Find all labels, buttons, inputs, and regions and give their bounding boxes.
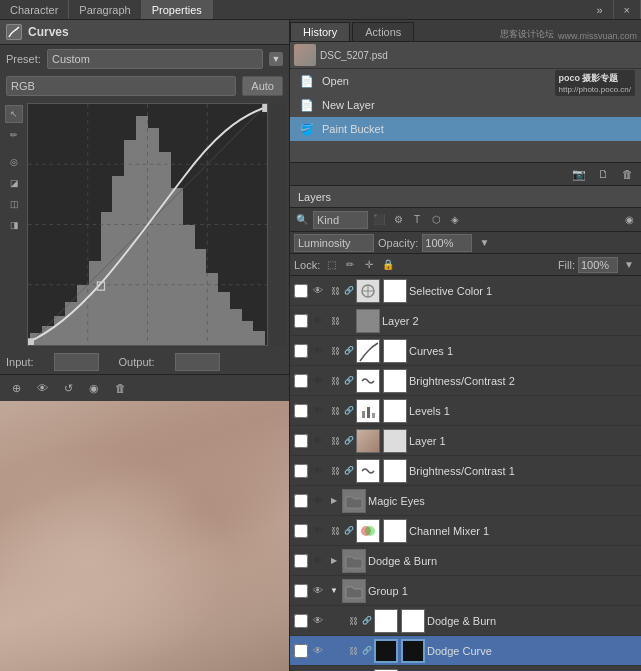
reset-icon[interactable]: ↺	[58, 378, 78, 398]
layer-visibility-checkbox[interactable]	[294, 584, 308, 598]
layer-eye-icon[interactable]: 👁	[310, 523, 326, 539]
input-value[interactable]	[54, 353, 99, 371]
new-snapshot-icon[interactable]: 🗋	[593, 165, 613, 183]
layer-item-group[interactable]: 👁 ▶ Dodge & Burn	[290, 546, 641, 576]
preset-select[interactable]: Custom	[47, 49, 263, 69]
layer-eye-icon[interactable]: 👁	[310, 493, 326, 509]
group-expand-arrow[interactable]: ▶	[328, 555, 340, 567]
layer-item-group[interactable]: 👁 ▼ Group 1	[290, 576, 641, 606]
add-point-icon[interactable]: ⊕	[6, 378, 26, 398]
layer-eye-icon[interactable]: 👁	[310, 643, 326, 659]
right-top-tabs: History Actions 思客设计论坛 www.missvuan.com	[290, 20, 641, 42]
layer-item[interactable]: 👁 ⛓ 🔗 Dodge Curve	[290, 636, 641, 666]
layer-eye-icon[interactable]: 👁	[310, 403, 326, 419]
snapshot-icon[interactable]: 📷	[569, 165, 589, 183]
layer-item[interactable]: 👁 ⛓ 🔗 Brightness/Contrast 2	[290, 366, 641, 396]
layer-item[interactable]: 👁 ⛓ Layer 2	[290, 306, 641, 336]
layer-visibility-checkbox[interactable]	[294, 494, 308, 508]
pencil-tool[interactable]: ✏	[5, 126, 23, 144]
layer-item-group[interactable]: 👁 ▶ Magic Eyes	[290, 486, 641, 516]
pixel-filter-icon[interactable]: ⬛	[371, 212, 387, 228]
channel-select[interactable]: RGB Red Green Blue	[6, 76, 236, 96]
eyedropper-black[interactable]: ◪	[5, 174, 23, 192]
delete-icon[interactable]: 🗑	[110, 378, 130, 398]
auto-button[interactable]: Auto	[242, 76, 283, 96]
layer-item[interactable]: 👁 ⛓ 🔗 Levels 1	[290, 396, 641, 426]
search-layers-icon[interactable]: 🔍	[294, 212, 310, 228]
pointer-tool[interactable]: ↖	[5, 105, 23, 123]
layer-name: Dodge & Burn	[427, 615, 637, 627]
right-scrollbar[interactable]	[271, 103, 285, 346]
layer-eye-icon[interactable]: 👁	[310, 343, 326, 359]
history-item-new-layer[interactable]: 📄 New Layer	[290, 93, 641, 117]
layers-list[interactable]: 👁 ⛓ 🔗 Selective Color 1 👁 ⛓ La	[290, 276, 641, 671]
layer-visibility-checkbox[interactable]	[294, 404, 308, 418]
layer-item[interactable]: 👁 ⛓ 🔗 Burn Curve	[290, 666, 641, 671]
folder-thumbnail	[342, 489, 366, 513]
tab-actions[interactable]: Actions	[352, 22, 414, 41]
layer-visibility-checkbox[interactable]	[294, 524, 308, 538]
layer-visibility-checkbox[interactable]	[294, 464, 308, 478]
layer-visibility-checkbox[interactable]	[294, 374, 308, 388]
expand-panels-icon[interactable]: »	[586, 0, 613, 19]
adjustment-filter-icon[interactable]: ⚙	[390, 212, 406, 228]
curves-graph[interactable]	[27, 103, 268, 346]
layer-visibility-checkbox[interactable]	[294, 434, 308, 448]
shape-filter-icon[interactable]: ⬡	[428, 212, 444, 228]
layer-visibility-checkbox[interactable]	[294, 284, 308, 298]
layer-eye-icon[interactable]: 👁	[310, 613, 326, 629]
opacity-arrow[interactable]: ▼	[476, 235, 492, 251]
close-panel-icon[interactable]: ×	[614, 0, 641, 19]
layer-item[interactable]: 👁 ⛓ 🔗 Layer 1	[290, 426, 641, 456]
layer-mask-thumb	[383, 399, 407, 423]
filter-toggle[interactable]: ◉	[621, 212, 637, 228]
lock-transparent-icon[interactable]: ⬚	[323, 257, 339, 273]
layer-eye-icon[interactable]: 👁	[310, 433, 326, 449]
layer-eye-icon[interactable]: 👁	[310, 583, 326, 599]
blend-mode-select[interactable]: Luminosity Normal Multiply Screen	[294, 234, 374, 252]
layer-visibility-checkbox[interactable]	[294, 644, 308, 658]
layer-eye-icon[interactable]: 👁	[310, 283, 326, 299]
photo-image	[0, 401, 289, 671]
svg-point-16	[365, 526, 375, 536]
layer-item[interactable]: 👁 ⛓ 🔗 Brightness/Contrast 1	[290, 456, 641, 486]
lock-all-icon[interactable]: 🔒	[380, 257, 396, 273]
fill-input[interactable]	[578, 257, 618, 273]
tab-properties[interactable]: Properties	[142, 0, 213, 19]
hand-tool[interactable]: ◎	[5, 153, 23, 171]
tab-paragraph[interactable]: Paragraph	[69, 0, 141, 19]
delete-history-icon[interactable]: 🗑	[617, 165, 637, 183]
fill-arrow[interactable]: ▼	[621, 257, 637, 273]
layer-item[interactable]: 👁 ⛓ 🔗 Curves 1	[290, 336, 641, 366]
preset-menu-arrow[interactable]: ▼	[269, 52, 283, 66]
layer-visibility-checkbox[interactable]	[294, 614, 308, 628]
output-value[interactable]	[175, 353, 220, 371]
preview-icon[interactable]: ◉	[84, 378, 104, 398]
kind-select[interactable]: Kind	[313, 211, 368, 229]
eyedropper-gray[interactable]: ◫	[5, 195, 23, 213]
layer-name: Channel Mixer 1	[409, 525, 637, 537]
group-expand-arrow[interactable]: ▶	[328, 495, 340, 507]
lock-row: Lock: ⬚ ✏ ✛ 🔒 Fill: ▼	[290, 254, 641, 276]
layer-eye-icon[interactable]: 👁	[310, 313, 326, 329]
smart-filter-icon[interactable]: ◈	[447, 212, 463, 228]
opacity-input[interactable]	[422, 234, 472, 252]
layer-eye-icon[interactable]: 👁	[310, 553, 326, 569]
layer-item[interactable]: 👁 ⛓ 🔗 Channel Mixer 1	[290, 516, 641, 546]
eyedropper-white[interactable]: ◨	[5, 216, 23, 234]
visibility-icon[interactable]: 👁	[32, 378, 52, 398]
layer-item[interactable]: 👁 ⛓ 🔗 Selective Color 1	[290, 276, 641, 306]
lock-move-icon[interactable]: ✛	[361, 257, 377, 273]
layer-eye-icon[interactable]: 👁	[310, 373, 326, 389]
layer-visibility-checkbox[interactable]	[294, 554, 308, 568]
layer-eye-icon[interactable]: 👁	[310, 463, 326, 479]
layer-visibility-checkbox[interactable]	[294, 314, 308, 328]
tab-character[interactable]: Character	[0, 0, 69, 19]
lock-paint-icon[interactable]: ✏	[342, 257, 358, 273]
group-expand-arrow[interactable]: ▼	[328, 585, 340, 597]
layer-item[interactable]: 👁 ⛓ 🔗 Dodge & Burn	[290, 606, 641, 636]
layer-visibility-checkbox[interactable]	[294, 344, 308, 358]
type-filter-icon[interactable]: T	[409, 212, 425, 228]
history-item-paint-bucket[interactable]: 🪣 Paint Bucket	[290, 117, 641, 141]
tab-history[interactable]: History	[290, 22, 350, 41]
